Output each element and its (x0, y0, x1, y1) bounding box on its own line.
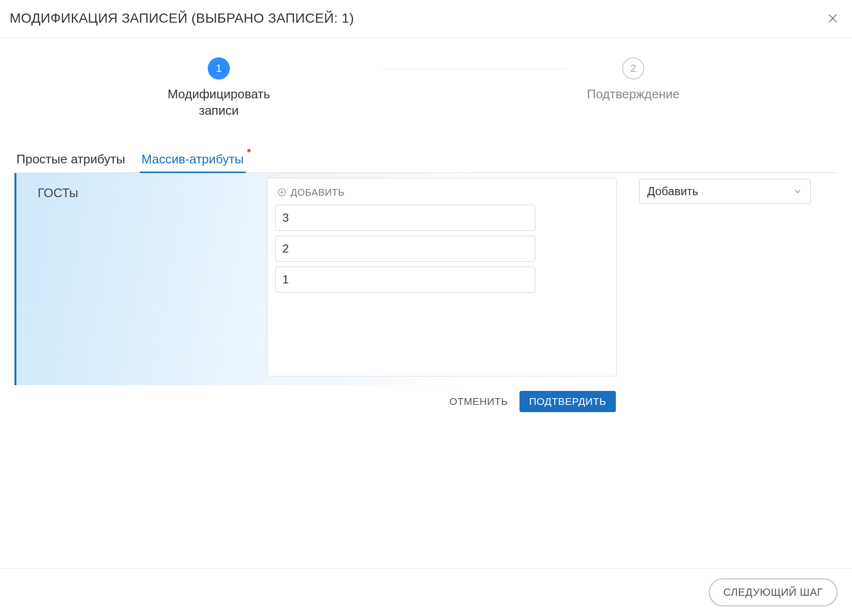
attribute-panel-wrap: ГОСТы ДОБАВИТЬ ОТМЕНИТЬ ПОДТВЕРДИТЬ (14, 173, 623, 420)
add-value-button[interactable]: ДОБАВИТЬ (275, 187, 609, 198)
panel-actions: ОТМЕНИТЬ ПОДТВЕРДИТЬ (14, 385, 623, 420)
step-2-label: Подтверждение (587, 86, 679, 103)
confirm-button[interactable]: ПОДТВЕРДИТЬ (519, 391, 616, 412)
attribute-name: ГОСТы (16, 173, 267, 385)
close-icon (827, 13, 839, 24)
stepper-connector (383, 69, 566, 69)
step-1-circle: 1 (208, 57, 230, 80)
step-1[interactable]: 1 Модифицировать записи (146, 57, 291, 119)
value-input-0[interactable] (275, 205, 535, 231)
plus-circle-icon (277, 187, 287, 197)
step-1-label: Модифицировать записи (146, 86, 291, 119)
modal-root: МОДИФИКАЦИЯ ЗАПИСЕЙ (ВЫБРАНО ЗАПИСЕЙ: 1)… (0, 0, 852, 616)
tab-array-attributes[interactable]: Массив-атрибуты (140, 148, 246, 173)
tabs: Простые атрибуты Массив-атрибуты (14, 148, 838, 173)
modal-header: МОДИФИКАЦИЯ ЗАПИСЕЙ (ВЫБРАНО ЗАПИСЕЙ: 1) (0, 0, 852, 38)
action-select-value: Добавить (647, 185, 698, 198)
action-select[interactable]: Добавить (639, 179, 811, 204)
value-input-1[interactable] (275, 236, 535, 262)
chevron-down-icon (793, 187, 802, 196)
step-2[interactable]: 2 Подтверждение (561, 57, 706, 103)
tab-array-attributes-label: Массив-атрибуты (142, 152, 244, 166)
next-step-button[interactable]: СЛЕДУЮЩИЙ ШАГ (709, 578, 838, 606)
modal-footer: СЛЕДУЮЩИЙ ШАГ (0, 568, 852, 616)
tab-simple-attributes[interactable]: Простые атрибуты (14, 148, 127, 173)
attribute-panel: ГОСТы ДОБАВИТЬ (14, 173, 623, 385)
add-value-label: ДОБАВИТЬ (291, 187, 345, 198)
action-panel: Добавить (623, 173, 811, 420)
content-row: ГОСТы ДОБАВИТЬ ОТМЕНИТЬ ПОДТВЕРДИТЬ (14, 173, 838, 420)
step-2-circle: 2 (622, 57, 644, 80)
modal-body: 1 Модифицировать записи 2 Подтверждение … (0, 38, 852, 568)
modal-title: МОДИФИКАЦИЯ ЗАПИСЕЙ (ВЫБРАНО ЗАПИСЕЙ: 1) (10, 11, 354, 26)
close-button[interactable] (825, 11, 840, 26)
cancel-button[interactable]: ОТМЕНИТЬ (449, 396, 508, 407)
values-box: ДОБАВИТЬ (267, 178, 617, 376)
value-input-2[interactable] (275, 267, 535, 293)
stepper: 1 Модифицировать записи 2 Подтверждение (137, 57, 715, 119)
tab-indicator-dot-icon (247, 149, 251, 152)
